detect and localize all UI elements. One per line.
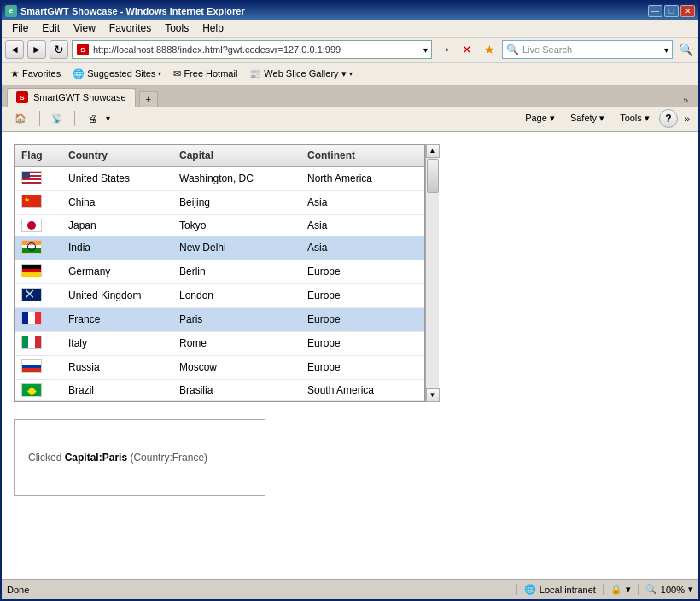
country-cell: Italy	[61, 334, 172, 353]
country-cell: India	[61, 238, 172, 257]
print-dropdown[interactable]: ▾	[106, 114, 110, 123]
address-text[interactable]: http://localhost:8888/index.html?gwt.cod…	[93, 44, 420, 55]
menu-edit[interactable]: Edit	[35, 20, 67, 36]
tools-menu[interactable]: Tools ▾	[614, 110, 656, 126]
active-tab[interactable]: S SmartGWT Showcase	[7, 88, 136, 107]
go-button[interactable]: →	[435, 40, 454, 59]
info-box: Clicked Capital:Paris (Country:France)	[14, 419, 265, 496]
zoom-icon: 🔍	[645, 584, 657, 595]
search-button[interactable]: 🔍	[676, 40, 695, 59]
nav-bar: ◄ ► ↻ S http://localhost:8888/index.html…	[2, 38, 698, 63]
tab-more-button[interactable]: »	[678, 93, 693, 107]
continent-cell: Europe	[300, 262, 420, 281]
maximize-button[interactable]: □	[664, 5, 679, 17]
table-row[interactable]: United KingdomLondonEurope	[15, 284, 424, 308]
safety-menu[interactable]: Safety ▾	[564, 110, 610, 126]
help-button[interactable]: ?	[659, 109, 678, 128]
column-header-continent[interactable]: Continent	[300, 145, 420, 166]
country-cell: Russia	[61, 358, 172, 376]
capital-cell[interactable]: London	[172, 286, 300, 305]
refresh-button[interactable]: ↻	[50, 40, 68, 59]
table-row[interactable]: RussiaMoscowEurope	[15, 356, 424, 380]
stop-button[interactable]: ✕	[458, 40, 476, 59]
info-field: Capital:	[65, 452, 102, 464]
grid-scrollbar[interactable]: ▲ ▼	[425, 144, 439, 402]
country-cell: Germany	[61, 262, 172, 281]
home-button[interactable]: 🏠	[7, 108, 34, 129]
table-row[interactable]: FranceParisEurope	[15, 308, 424, 332]
menu-help[interactable]: Help	[195, 20, 230, 36]
flag-icon-cn	[21, 195, 42, 208]
app-icon: e	[5, 5, 17, 17]
new-tab-button[interactable]: +	[139, 91, 158, 107]
mail-icon: ✉	[173, 68, 181, 79]
globe-icon: 🌐	[73, 68, 85, 79]
status-right: 🌐 Local intranet 🔒 ▾ 🔍 100% ▾	[516, 584, 693, 595]
search-dropdown[interactable]: ▾	[664, 45, 668, 55]
zoom-dropdown[interactable]: ▾	[688, 584, 693, 595]
capital-cell[interactable]: Berlin	[172, 262, 300, 281]
grid-body: United StatesWashington, DCNorth America…	[15, 167, 424, 401]
capital-cell[interactable]: Paris	[172, 310, 300, 329]
back-button[interactable]: ◄	[5, 40, 24, 59]
info-prefix: Clicked	[28, 452, 65, 464]
table-row[interactable]: United StatesWashington, DCNorth America	[15, 167, 424, 191]
add-to-favorites[interactable]: ★	[480, 40, 499, 59]
page-label: Page ▾	[525, 113, 555, 124]
table-row[interactable]: GermanyBerlinEurope	[15, 260, 424, 284]
scroll-down-button[interactable]: ▼	[426, 388, 440, 402]
status-text: Done	[7, 585, 29, 595]
menu-tools[interactable]: Tools	[158, 20, 195, 36]
capital-cell[interactable]: Washington, DC	[172, 169, 300, 188]
toolbar-extend[interactable]: »	[681, 114, 693, 124]
menu-file[interactable]: File	[5, 20, 35, 36]
toolbar-right: Page ▾ Safety ▾ Tools ▾ ? »	[519, 109, 693, 128]
web-slice-gallery[interactable]: 📰 Web Slice Gallery ▾ ▾	[246, 67, 355, 81]
continent-cell: Europe	[300, 286, 420, 305]
tab-bar: S SmartGWT Showcase + »	[2, 85, 698, 107]
capital-cell[interactable]: Tokyo	[172, 216, 300, 235]
menu-favorites[interactable]: Favorites	[102, 20, 158, 36]
search-placeholder[interactable]: Live Search	[522, 44, 661, 55]
chevron-down-icon: ▾	[158, 70, 161, 78]
zoom-panel[interactable]: 🔍 100% ▾	[638, 584, 693, 595]
table-row[interactable]: BrazilBrasiliaSouth America	[15, 380, 424, 401]
scroll-thumb[interactable]	[427, 159, 439, 193]
flag-icon-us	[21, 171, 42, 184]
flag-icon-fr	[21, 312, 42, 325]
table-row[interactable]: IndiaNew DelhiAsia	[15, 236, 424, 260]
column-header-capital[interactable]: Capital	[172, 145, 300, 166]
page-menu[interactable]: Page ▾	[519, 110, 561, 126]
column-header-country[interactable]: Country	[61, 145, 172, 166]
close-button[interactable]: ✕	[680, 5, 695, 17]
suggested-sites[interactable]: 🌐 Suggested Sites ▾	[69, 67, 165, 81]
continent-cell: Asia	[300, 216, 420, 235]
print-button[interactable]: 🖨	[80, 108, 104, 129]
scroll-up-button[interactable]: ▲	[426, 144, 440, 158]
capital-cell[interactable]: Rome	[172, 334, 300, 353]
capital-cell[interactable]: Brasilia	[172, 381, 300, 400]
continent-cell: Asia	[300, 193, 420, 212]
table-row[interactable]: ChinaBeijingAsia	[15, 191, 424, 215]
table-row[interactable]: JapanTokyoAsia	[15, 215, 424, 236]
favorites-button[interactable]: ★ Favorites	[7, 66, 64, 81]
capital-cell[interactable]: Beijing	[172, 193, 300, 212]
flag-icon-de	[21, 264, 42, 277]
security-dropdown[interactable]: ▾	[626, 584, 631, 595]
address-bar: S http://localhost:8888/index.html?gwt.c…	[72, 40, 432, 59]
separator-2	[74, 111, 75, 126]
toolbar-left: 🏠 📡 🖨 ▾	[7, 108, 110, 129]
capital-cell[interactable]: Moscow	[172, 358, 300, 376]
capital-cell[interactable]: New Delhi	[172, 238, 300, 257]
minimize-button[interactable]: —	[648, 5, 662, 17]
forward-button[interactable]: ►	[27, 40, 46, 59]
menu-view[interactable]: View	[67, 20, 102, 36]
rss-button[interactable]: 📡	[45, 108, 69, 129]
window-controls: — □ ✕	[648, 5, 695, 17]
address-dropdown[interactable]: ▾	[423, 45, 428, 55]
menu-bar: File Edit View Favorites Tools Help	[2, 20, 698, 38]
webslice-chevron-icon: ▾	[349, 70, 353, 78]
table-row[interactable]: ItalyRomeEurope	[15, 332, 424, 356]
free-hotmail[interactable]: ✉ Free Hotmail	[170, 67, 241, 81]
column-header-flag[interactable]: Flag	[15, 145, 61, 166]
